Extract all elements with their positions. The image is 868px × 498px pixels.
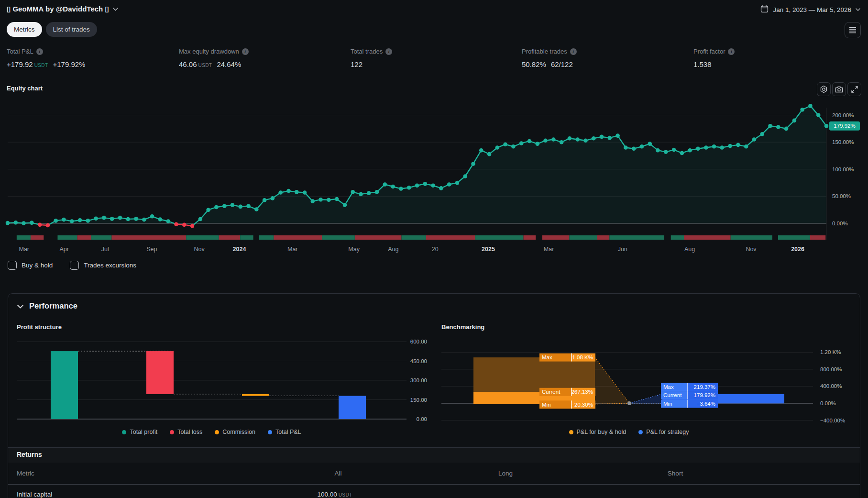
x-axis-label: Jul (101, 246, 109, 253)
performance-title: Performance (29, 301, 77, 310)
legend-item: Total profit (122, 429, 157, 435)
equity-data-point (375, 190, 379, 194)
checkbox-icon[interactable] (70, 261, 79, 270)
equity-data-point (383, 182, 387, 187)
equity-data-point (744, 144, 748, 149)
equity-data-point (511, 144, 516, 149)
stat-value: 1.538 (693, 60, 712, 68)
win-loss-strip-segment (684, 235, 731, 240)
report-layout-button[interactable] (845, 22, 861, 38)
svg-text:Current: Current (663, 392, 682, 398)
equity-chart-title: Equity chart (7, 85, 43, 92)
equity-data-point (70, 219, 74, 223)
info-icon[interactable] (242, 48, 249, 55)
y-axis-tick: 150.00% (832, 139, 854, 145)
info-icon[interactable] (570, 48, 577, 55)
equity-data-point (615, 133, 620, 138)
equity-data-point (150, 214, 154, 219)
range-label-box: Max219.37% (661, 383, 718, 391)
waterfall-bar (242, 394, 269, 396)
tab-metrics[interactable]: Metrics (7, 22, 42, 37)
equity-data-point (519, 141, 524, 145)
win-loss-strip-segment (475, 235, 524, 240)
equity-data-point (688, 148, 692, 153)
win-loss-strip-segment (186, 235, 219, 240)
win-loss-strip-segment (111, 235, 186, 240)
checkbox-icon[interactable] (8, 261, 17, 270)
stat-label: Total trades (351, 48, 383, 55)
y-axis-tick: 1.20 K% (820, 349, 841, 355)
equity-data-point (214, 205, 219, 210)
trades-excursions-checkbox[interactable]: Trades excursions (70, 261, 136, 270)
equity-data-point (800, 108, 804, 112)
stat-label: Profit factor (693, 48, 725, 55)
waterfall-bar (339, 396, 366, 419)
value: 100.00 (317, 491, 337, 498)
stat-unit: USDT (198, 63, 212, 68)
calendar-icon (760, 5, 769, 14)
win-loss-strip-segment (810, 235, 826, 240)
info-icon[interactable] (36, 48, 43, 55)
info-icon[interactable] (728, 48, 735, 55)
equity-data-point (391, 185, 395, 189)
equity-data-point (471, 162, 475, 166)
performance-header[interactable]: Performance (17, 301, 77, 310)
equity-data-point (415, 183, 419, 188)
equity-data-point (551, 137, 556, 142)
stat-value: 122 (351, 60, 363, 68)
equity-data-point (246, 204, 251, 208)
stat-label: Total P&L (7, 48, 33, 55)
equity-data-point (816, 113, 821, 117)
equity-data-point (439, 186, 443, 190)
equity-data-point (231, 203, 235, 207)
stat-value: 46.06 (179, 60, 197, 68)
win-loss-strip-segment (31, 235, 44, 240)
stat-unit: USDT (34, 63, 48, 68)
equity-data-point (78, 218, 82, 222)
stat-value: 50.82% (522, 60, 546, 68)
svg-text:267.13%: 267.13% (571, 389, 593, 395)
profit-structure-svg: 0.00150.00300.00450.00600.00 (0, 335, 435, 431)
x-axis-label: May (348, 246, 360, 253)
hexagon-gear-icon (820, 85, 828, 93)
x-axis-label: Aug (684, 246, 695, 253)
equity-data-point (399, 187, 403, 191)
equity-data-point (303, 190, 307, 195)
strategy-title-row[interactable]: ▯ GeoMMA by @DaviddTech ▯ (7, 5, 118, 13)
profit-structure-title: Profit structure (17, 323, 62, 331)
equity-chart[interactable]: 0.00%50.00%100.00%150.00%200.00%179.92%M… (0, 93, 868, 258)
equity-chart-svg: 0.00%50.00%100.00%150.00%200.00%179.92%M… (0, 93, 868, 258)
tab-list-of-trades[interactable]: List of trades (46, 22, 97, 37)
equity-data-point (62, 218, 66, 222)
win-loss-strip-segment (731, 235, 772, 240)
equity-data-point (30, 221, 34, 225)
view-tabs: Metrics List of trades (7, 22, 97, 37)
x-axis-label: 2024 (233, 246, 246, 253)
equity-data-point (487, 152, 492, 156)
profit-structure-chart[interactable]: 0.00150.00300.00450.00600.00 (0, 335, 435, 431)
win-loss-strip-segment (91, 235, 112, 240)
table-divider (8, 484, 860, 485)
equity-data-point (190, 224, 195, 228)
win-loss-strip-segment (240, 235, 253, 240)
x-axis-label: Mar (287, 246, 298, 253)
benchmarking-legend: P&L for buy & holdP&L for strategy (440, 429, 818, 435)
chevron-down-icon[interactable] (17, 302, 23, 310)
win-loss-strip-segment (426, 235, 475, 240)
date-range-picker[interactable]: Jan 1, 2023 — Mar 5, 2026 (760, 5, 860, 14)
equity-data-point (319, 198, 323, 202)
equity-data-point (22, 221, 26, 225)
equity-data-point (624, 145, 628, 150)
legend-dot-icon (638, 430, 643, 434)
equity-data-point (174, 222, 178, 226)
chevron-down-icon[interactable] (113, 8, 118, 11)
buy-and-hold-checkbox[interactable]: Buy & hold (8, 261, 53, 270)
checkbox-label: Trades excursions (84, 262, 136, 269)
equity-data-point (38, 223, 42, 227)
benchmarking-chart[interactable]: 1.20 K%800.00%400.00%0.00%−400.00%Max1.0… (440, 335, 868, 431)
stat-label: Profitable trades (522, 48, 567, 55)
info-icon[interactable] (385, 48, 392, 55)
win-loss-strip-segment (401, 235, 426, 240)
equity-data-point (600, 135, 604, 139)
equity-data-point (583, 139, 588, 143)
